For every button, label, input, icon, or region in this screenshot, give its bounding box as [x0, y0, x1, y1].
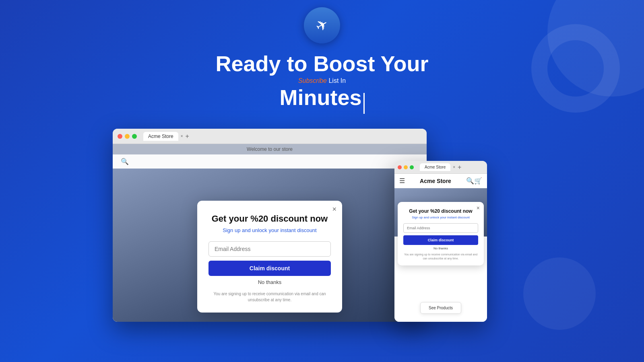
- desktop-titlebar: Acme Store × +: [113, 129, 427, 144]
- headline-subscribe: Subscribe: [298, 77, 327, 84]
- tab-area: Acme Store × +: [143, 132, 189, 141]
- store-welcome-banner: Welcome to our store: [113, 144, 427, 154]
- popup-claim-button[interactable]: Claim discount: [208, 261, 331, 276]
- store-nav: 🔍: [113, 154, 427, 169]
- headline: Ready to Boost Your Subscribe List In Mi…: [215, 51, 428, 114]
- mobile-popup-title: Get your %20 discount now: [403, 208, 478, 214]
- close-dot[interactable]: [118, 134, 122, 139]
- mobile-minimize-dot[interactable]: [404, 165, 408, 169]
- browser-desktop: Acme Store × + Welcome to our store 🔍 × …: [113, 129, 427, 322]
- mobile-titlebar: Acme Store × +: [394, 161, 487, 174]
- mobile-maximize-dot[interactable]: [410, 165, 414, 169]
- tab-add-button[interactable]: +: [186, 133, 189, 140]
- mobile-tab-close-icon[interactable]: ×: [453, 165, 455, 169]
- mobile-browser-content: ☰ Acme Store 🔍 🛒 × Get your %20 discount…: [394, 174, 487, 322]
- mobile-cart-icon[interactable]: 🛒: [474, 177, 482, 185]
- tab-close-icon[interactable]: ×: [181, 134, 183, 138]
- popup-desktop: × Get your %20 discount now Sign up and …: [197, 201, 342, 313]
- mobile-popup-no-thanks[interactable]: No thanks: [403, 247, 478, 250]
- mobile-menu-icon[interactable]: ☰: [399, 177, 405, 185]
- mobile-tab-area: Acme Store × +: [420, 163, 461, 171]
- logo-circle: ✈: [304, 7, 340, 43]
- tab-acme-store[interactable]: Acme Store: [143, 132, 178, 141]
- popup-title: Get your %20 discount now: [208, 214, 331, 224]
- header-section: ✈ Ready to Boost Your Subscribe List In …: [0, 0, 644, 114]
- mobile-topbar: ☰ Acme Store 🔍 🛒: [394, 174, 487, 188]
- popup-close-button[interactable]: ×: [332, 206, 336, 213]
- mobile-popup-claim-button[interactable]: Claim discount: [403, 235, 478, 245]
- search-icon[interactable]: 🔍: [121, 158, 129, 165]
- mobile-store-title: Acme Store: [405, 178, 466, 184]
- deco-circle-bottom-right: [523, 257, 596, 330]
- popup-email-input[interactable]: [208, 241, 331, 257]
- mobile-tab-add-button[interactable]: +: [458, 164, 461, 171]
- browser-mobile: Acme Store × + ☰ Acme Store 🔍 🛒 × Get yo…: [394, 161, 487, 322]
- popup-mobile: × Get your %20 discount now Sign up and …: [398, 202, 484, 265]
- headline-line3: Minutes: [215, 84, 428, 114]
- see-products-button[interactable]: See Products: [420, 302, 461, 314]
- popup-no-thanks[interactable]: No thanks: [208, 279, 331, 285]
- headline-list-in: List In: [327, 77, 346, 84]
- mobile-popup-email-input[interactable]: [403, 223, 478, 233]
- paper-plane-icon: ✈: [313, 15, 332, 35]
- minimize-dot[interactable]: [125, 134, 130, 139]
- mobile-search-icon[interactable]: 🔍: [466, 177, 474, 185]
- maximize-dot[interactable]: [132, 134, 137, 139]
- desktop-browser-content: Welcome to our store 🔍 × Get your %20 di…: [113, 144, 427, 322]
- headline-minutes: Minutes: [279, 85, 361, 109]
- store-background: × Get your %20 discount now Sign up and …: [113, 169, 427, 322]
- popup-legal-text: You are signing up to receive communicat…: [208, 291, 331, 303]
- headline-line2: Subscribe List In: [215, 77, 428, 84]
- mobile-close-dot[interactable]: [398, 165, 402, 169]
- headline-line1: Ready to Boost Your: [215, 51, 428, 77]
- mobile-tab-acme-store[interactable]: Acme Store: [420, 163, 450, 171]
- popup-subtitle: Sign up and unlock your instant discount: [208, 227, 331, 233]
- mobile-popup-subtitle: Sign up and unlock your instant discount: [403, 216, 478, 219]
- mobile-popup-legal-text: You are signing up to receive communicat…: [403, 253, 478, 261]
- cursor: [363, 93, 365, 114]
- mobile-popup-close-button[interactable]: ×: [477, 205, 480, 211]
